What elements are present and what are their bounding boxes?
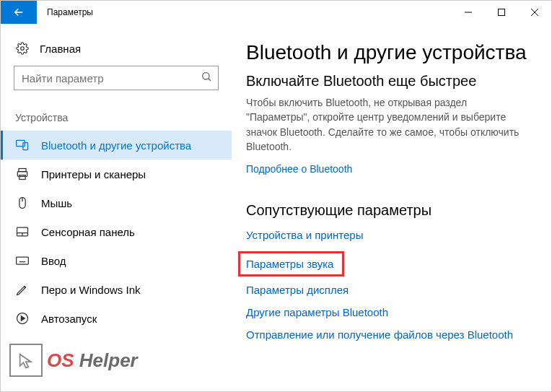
minimize-button[interactable] [452,1,485,24]
svg-rect-17 [17,257,29,264]
main-panel: Bluetooth и другие устройства Включайте … [232,24,551,391]
autoplay-icon [15,311,30,326]
sidebar-item-typing[interactable]: Ввод [1,246,232,275]
sidebar-item-label: Мышь [41,197,72,209]
svg-rect-11 [19,175,25,180]
sidebar-item-mouse[interactable]: Мышь [1,188,232,217]
learn-more-link[interactable]: Подробнее о Bluetooth [246,163,352,175]
window-title: Параметры [37,1,103,24]
back-button[interactable] [1,1,37,24]
highlight-box: Параметры звука [238,251,344,276]
close-button[interactable] [518,1,551,24]
close-icon [531,9,538,16]
related-link-display[interactable]: Параметры дисплея [246,284,537,296]
svg-point-4 [21,47,25,51]
titlebar: Параметры [1,1,551,24]
svg-rect-7 [17,140,25,146]
sidebar-item-pen[interactable]: Перо и Windows Ink [1,275,232,304]
sidebar-item-autoplay[interactable]: Автозапуск [1,304,232,333]
home-button[interactable]: Главная [1,37,232,66]
svg-rect-1 [499,9,505,16]
sidebar-item-label: Перо и Windows Ink [41,284,141,296]
mouse-icon [15,196,30,210]
related-heading: Сопутствующие параметры [246,202,537,219]
related-link-sound[interactable]: Параметры звука [246,258,333,270]
related-link-more-bluetooth[interactable]: Другие параметры Bluetooth [246,306,537,318]
sidebar-item-touchpad[interactable]: Сенсорная панель [1,217,232,246]
home-label: Главная [40,43,81,55]
maximize-button[interactable] [485,1,518,24]
sidebar-item-label: Автозапуск [41,313,97,325]
keyboard-icon [15,253,30,268]
sidebar-item-label: Ввод [41,255,66,267]
maximize-icon [498,9,505,16]
search-icon [201,71,212,85]
devices-icon [15,138,30,152]
svg-point-5 [203,73,209,79]
sidebar-item-bluetooth[interactable]: Bluetooth и другие устройства [1,131,232,160]
related-link-send-files[interactable]: Отправление или получение файлов через B… [246,328,537,341]
sidebar-item-label: Bluetooth и другие устройства [41,139,191,152]
window-controls [452,1,551,24]
page-heading: Bluetooth и другие устройства [246,41,537,64]
search-input[interactable] [14,72,218,84]
svg-line-6 [209,79,211,81]
sidebar-item-label: Принтеры и сканеры [41,168,146,180]
touchpad-icon [15,225,30,239]
printer-icon [15,167,30,181]
page-description: Чтобы включить Bluetooth, не открывая ра… [246,95,520,154]
sidebar: Главная Устройства Bluetooth и другие ус… [1,24,232,391]
related-link-devices-printers[interactable]: Устройства и принтеры [246,229,537,241]
page-subheading: Включайте Bluetooth еще быстрее [246,73,537,90]
minimize-icon [465,9,472,16]
svg-marker-24 [21,316,25,321]
pen-icon [15,282,30,297]
section-label: Устройства [1,100,232,131]
gear-icon [15,41,30,56]
arrow-left-icon [12,6,25,19]
search-box[interactable] [14,66,219,90]
sidebar-item-label: Сенсорная панель [41,226,135,238]
sidebar-item-printers[interactable]: Принтеры и сканеры [1,160,232,188]
